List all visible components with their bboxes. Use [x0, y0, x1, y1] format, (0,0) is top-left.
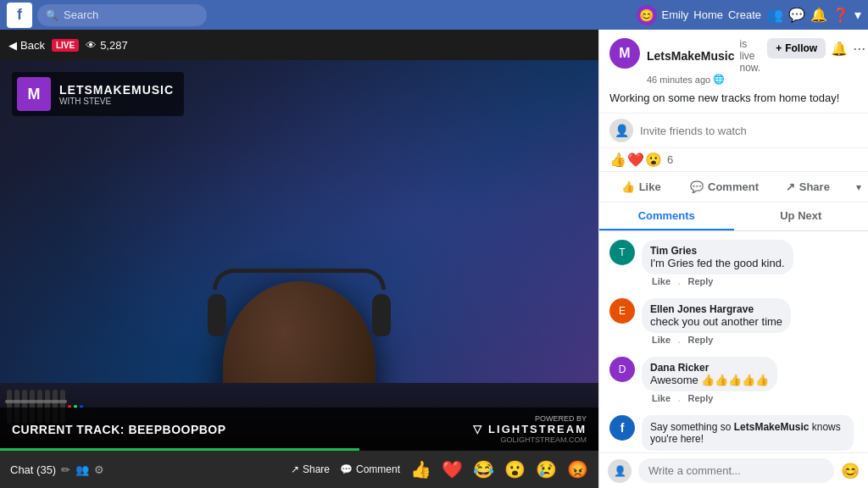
dropdown-icon[interactable]: ▾ [854, 7, 861, 23]
back-button[interactable]: ◀ Back [8, 39, 45, 52]
notifications-icon[interactable]: 🔔 [810, 7, 827, 23]
brand-text: LETSMAKEMUSIC WITH STEVE [59, 83, 174, 106]
comment-text: check you out another time [650, 315, 782, 328]
like-action[interactable]: Like [652, 276, 670, 291]
streamer-info: M LetsMakeMusic is live now. 46 minutes … [609, 38, 858, 85]
help-icon[interactable]: ❓ [832, 7, 849, 23]
reply-action[interactable]: Reply [687, 335, 713, 350]
share-button[interactable]: ↗ Share [291, 463, 330, 475]
invite-avatar-icon: 👤 [609, 119, 633, 142]
streamer-name[interactable]: LetsMakeMusic [647, 49, 734, 63]
video-frame: M LETSMAKEMUSIC WITH STEVE CURRENT TRACK… [0, 60, 598, 451]
invite-input[interactable] [640, 125, 858, 137]
user-profile[interactable]: 😊 Emily [637, 5, 689, 25]
laugh-reaction[interactable]: 😂 [473, 459, 494, 480]
follow-icon: + [776, 42, 782, 54]
brand-sub: WITH STEVE [59, 97, 174, 106]
comment-actions: Like · Reply [642, 391, 777, 408]
invite-bar: 👤 [599, 114, 868, 148]
streamer-details: LetsMakeMusic is live now. 46 minutes ag… [647, 38, 760, 85]
live-badge: LIVE [52, 39, 79, 52]
comment-bubble: Tim Gries I'm Gries fed the good kind. [642, 240, 793, 274]
chat-settings-icon[interactable]: ⚙ [94, 463, 104, 476]
search-icon: 🔍 [46, 9, 58, 21]
comment-button[interactable]: 💬 Comment [340, 463, 400, 475]
branding-overlay: M LETSMAKEMUSIC WITH STEVE [12, 72, 184, 116]
chat-people-icon[interactable]: 👥 [75, 463, 89, 476]
share-button[interactable]: ↗ Share [766, 175, 849, 198]
sad-reaction[interactable]: 😢 [536, 459, 557, 480]
commenter-name: Ellen Jones Hargrave [650, 303, 782, 315]
more-button[interactable]: ··· [853, 40, 865, 58]
reaction-count: 6 [667, 153, 673, 166]
streamer-avatar: M [609, 38, 640, 69]
user-name: Emily [662, 8, 689, 21]
streamer-name-row: LetsMakeMusic is live now. [647, 38, 760, 74]
reply-action[interactable]: Reply [687, 276, 713, 291]
stream-header: M LetsMakeMusic is live now. 46 minutes … [599, 30, 868, 114]
main-content: ◀ Back LIVE 👁 5,287 [0, 30, 868, 488]
chat-label: Chat (35) ✏ 👥 ⚙ [10, 463, 104, 476]
follow-button[interactable]: + Follow [767, 38, 826, 58]
chat-edit-icon[interactable]: ✏ [61, 463, 70, 476]
avatar: D [609, 357, 635, 382]
controls-right: ↗ Share 💬 Comment 👍 ❤️ 😂 😮 😢 😡 [291, 459, 588, 480]
reaction-emojis: 👍 ❤️ 😮 [609, 152, 662, 168]
bold-text: LetsMakeMusic [734, 421, 810, 433]
stream-time: 46 minutes ago 🌐 [647, 74, 760, 85]
angry-reaction[interactable]: 😡 [567, 459, 588, 480]
nav-create[interactable]: Create [728, 8, 761, 21]
lightstream-icon: ▽ [473, 423, 483, 435]
headphone-right [372, 294, 391, 336]
brand-name: LETSMAKEMUSIC [59, 83, 174, 97]
comment-input[interactable] [638, 458, 834, 483]
friends-icon[interactable]: 👥 [766, 7, 783, 23]
emoji-button[interactable]: 😊 [841, 462, 860, 480]
search-bar[interactable]: 🔍 [37, 4, 207, 26]
header-actions: + Follow 🔔 ··· [767, 38, 865, 58]
top-nav: f 🔍 😊 Emily Home Create 👥 💬 🔔 ❓ ▾ [0, 0, 868, 30]
like-button[interactable]: 👍 Like [599, 175, 682, 198]
nav-home[interactable]: Home [693, 8, 723, 21]
comment-content: Ellen Jones Hargrave check you out anoth… [642, 298, 791, 350]
thumbs-up-reaction[interactable]: 👍 [410, 459, 431, 480]
like-action[interactable]: Like [652, 335, 670, 350]
comment-bubble: Ellen Jones Hargrave check you out anoth… [642, 298, 791, 333]
comment-content: Dana Ricker Awesome 👍👍👍👍👍 Like · Reply [642, 357, 777, 408]
action-buttons: 👍 Like 💬 Comment ↗ Share ▾ [599, 172, 868, 202]
like-action[interactable]: Like [652, 393, 670, 408]
video-top-bar: ◀ Back LIVE 👁 5,287 [0, 30, 598, 60]
facebook-logo: f [7, 3, 32, 28]
stream-description: Working on some new tracks from home tod… [609, 90, 858, 106]
list-item: E Ellen Jones Hargrave check you out ano… [599, 295, 868, 353]
avatar: 😊 [637, 5, 657, 25]
wow-reaction[interactable]: 😮 [504, 459, 526, 480]
commenter-name: Tim Gries [650, 245, 785, 257]
commenter-name: Dana Ricker [650, 362, 769, 374]
like-icon: 👍 [621, 180, 635, 193]
tab-comments[interactable]: Comments [599, 202, 734, 230]
tab-up-next[interactable]: Up Next [734, 202, 869, 230]
viewer-count: 👁 5,287 [86, 39, 128, 52]
share-icon: ↗ [291, 463, 299, 475]
comment-actions: Like · Reply [642, 274, 793, 291]
wow-emoji: 😮 [645, 152, 662, 168]
heart-reaction[interactable]: ❤️ [442, 459, 463, 480]
search-input[interactable] [64, 8, 191, 21]
comment-button[interactable]: 💬 Comment [682, 175, 765, 198]
video-controls: Chat (35) ✏ 👥 ⚙ ↗ Share 💬 Comment 👍 ❤️ 😂… [0, 451, 598, 488]
track-bar: CURRENT TRACK: BEEPBOOPBOP POWERED BY ▽ … [0, 408, 598, 451]
like-emoji: 👍 [609, 152, 626, 168]
eye-icon: 👁 [86, 39, 97, 52]
tab-bar: Comments Up Next [599, 202, 868, 231]
notifications-bell-icon[interactable]: 🔔 [831, 41, 848, 57]
share-action-icon: ↗ [786, 180, 795, 193]
comment-text: I'm Gries fed the good kind. [650, 257, 785, 269]
globe-icon: 🌐 [713, 74, 725, 85]
messenger-icon[interactable]: 💬 [788, 7, 805, 23]
comment-content: Tim Gries I'm Gries fed the good kind. L… [642, 240, 793, 291]
reactions-bar[interactable]: 👍 ❤️ 😮 6 [599, 148, 868, 172]
lightstream-label: ▽ LIGHTSTREAM [473, 423, 587, 435]
reply-action[interactable]: Reply [687, 393, 713, 408]
share-more-button[interactable]: ▾ [849, 178, 868, 197]
